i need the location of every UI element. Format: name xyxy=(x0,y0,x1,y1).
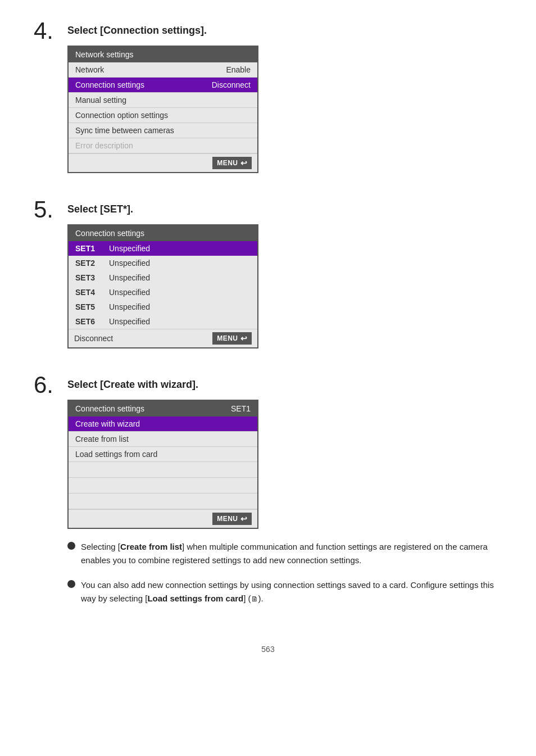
card-icon: 🗎 xyxy=(251,595,258,603)
step-6-content: Select [Create with wizard]. Connection … xyxy=(67,377,502,617)
step-4-header: Network settings xyxy=(69,47,257,62)
set-row-5[interactable]: SET5 Unspecified xyxy=(69,300,257,314)
step-6-header-label: Connection settings xyxy=(75,404,144,413)
step-6-panel: Connection settings SET1 Create with wiz… xyxy=(67,400,258,529)
set4-label: SET4 xyxy=(75,288,98,297)
load-settings-label: Load settings from card xyxy=(75,450,157,459)
step-5-footer: Disconnect MENU ↩ xyxy=(69,329,257,347)
menu-row-connection-option-label: Connection option settings xyxy=(75,111,168,120)
back-arrow-icon-6: ↩ xyxy=(240,514,248,523)
set2-value: Unspecified xyxy=(109,259,150,268)
menu-row-sync-label: Sync time between cameras xyxy=(75,126,174,135)
step-4-panel: Network settings Network Enable Connecti… xyxy=(67,46,258,173)
set-row-1[interactable]: SET1 Unspecified xyxy=(69,241,257,256)
step-5-header: Connection settings xyxy=(69,225,257,241)
set4-value: Unspecified xyxy=(109,288,150,297)
step-number-5: 5. xyxy=(34,198,67,221)
menu-row-connection-settings-label: Connection settings xyxy=(75,80,144,89)
step-number-4: 4. xyxy=(34,19,67,43)
step-4-menu-label: MENU xyxy=(217,159,238,167)
bullet-text-1: Selecting [Create from list] when multip… xyxy=(81,540,502,567)
step-4-content: Select [Connection settings]. Network se… xyxy=(67,22,502,173)
menu-row-connection-option[interactable]: Connection option settings xyxy=(69,108,257,123)
menu-row-connection-settings[interactable]: Connection settings Disconnect xyxy=(69,78,257,93)
set-row-6[interactable]: SET6 Unspecified xyxy=(69,314,257,329)
step-5: 5. Select [SET*]. Connection settings SE… xyxy=(34,201,502,348)
step-6-header: Connection settings SET1 xyxy=(69,401,257,417)
menu-row-empty-1 xyxy=(69,462,257,478)
set2-label: SET2 xyxy=(75,259,98,268)
bullet-2: You can also add new connection settings… xyxy=(67,578,502,605)
set1-value: Unspecified xyxy=(109,244,150,253)
step-4-title: Select [Connection settings]. xyxy=(67,25,502,37)
step-6-title: Select [Create with wizard]. xyxy=(67,379,502,391)
menu-row-manual-setting[interactable]: Manual setting xyxy=(69,93,257,108)
set-row-3[interactable]: SET3 Unspecified xyxy=(69,270,257,285)
menu-row-network[interactable]: Network Enable xyxy=(69,62,257,78)
set3-value: Unspecified xyxy=(109,273,150,282)
bullet-text-2: You can also add new connection settings… xyxy=(81,578,502,605)
disconnect-button[interactable]: Disconnect xyxy=(74,334,113,343)
step-5-menu-label: MENU xyxy=(217,334,238,342)
menu-row-network-value: Enable xyxy=(226,65,251,74)
menu-row-manual-label: Manual setting xyxy=(75,96,126,105)
step-number-6: 6. xyxy=(34,373,67,397)
step-5-menu-button[interactable]: MENU ↩ xyxy=(212,332,252,345)
back-arrow-icon-5: ↩ xyxy=(240,334,248,343)
step-5-panel: Connection settings SET1 Unspecified SET… xyxy=(67,224,258,348)
menu-row-network-label: Network xyxy=(75,65,104,74)
create-wizard-label: Create with wizard xyxy=(75,419,140,428)
menu-row-sync-time[interactable]: Sync time between cameras xyxy=(69,123,257,138)
menu-row-error-label: Error description xyxy=(75,141,133,150)
step-4-menu-button[interactable]: MENU ↩ xyxy=(212,157,252,169)
bold-load-settings: Load settings from card xyxy=(147,594,243,603)
step-6-menu-label: MENU xyxy=(217,515,238,523)
menu-row-load-settings[interactable]: Load settings from card xyxy=(69,447,257,462)
step-6-header-right: SET1 xyxy=(231,404,251,413)
bullet-1: Selecting [Create from list] when multip… xyxy=(67,540,502,567)
set5-value: Unspecified xyxy=(109,302,150,311)
menu-row-disconnect-label: Disconnect xyxy=(212,80,251,89)
step-6-menu-button[interactable]: MENU ↩ xyxy=(212,513,252,525)
menu-row-create-list[interactable]: Create from list xyxy=(69,432,257,447)
set6-value: Unspecified xyxy=(109,317,150,326)
back-arrow-icon: ↩ xyxy=(240,159,248,168)
set1-label: SET1 xyxy=(75,244,98,253)
set-row-2[interactable]: SET2 Unspecified xyxy=(69,256,257,270)
bullets-section: Selecting [Create from list] when multip… xyxy=(67,540,502,605)
set-row-4[interactable]: SET4 Unspecified xyxy=(69,285,257,300)
page-number: 563 xyxy=(34,645,502,654)
step-6-footer: MENU ↩ xyxy=(69,509,257,528)
set6-label: SET6 xyxy=(75,317,98,326)
bullet-dot-2 xyxy=(67,580,75,588)
bullet-dot-1 xyxy=(67,542,75,550)
step-5-content: Select [SET*]. Connection settings SET1 … xyxy=(67,201,502,348)
step-4: 4. Select [Connection settings]. Network… xyxy=(34,22,502,173)
step-4-footer: MENU ↩ xyxy=(69,153,257,172)
menu-row-create-wizard[interactable]: Create with wizard xyxy=(69,417,257,432)
menu-row-empty-3 xyxy=(69,494,257,509)
create-list-label: Create from list xyxy=(75,434,129,443)
set5-label: SET5 xyxy=(75,302,98,311)
set3-label: SET3 xyxy=(75,273,98,282)
step-6: 6. Select [Create with wizard]. Connecti… xyxy=(34,377,502,617)
step-5-title: Select [SET*]. xyxy=(67,203,502,215)
menu-row-empty-2 xyxy=(69,478,257,494)
bold-create-from-list: Create from list xyxy=(120,542,182,551)
menu-row-error-desc: Error description xyxy=(69,138,257,153)
